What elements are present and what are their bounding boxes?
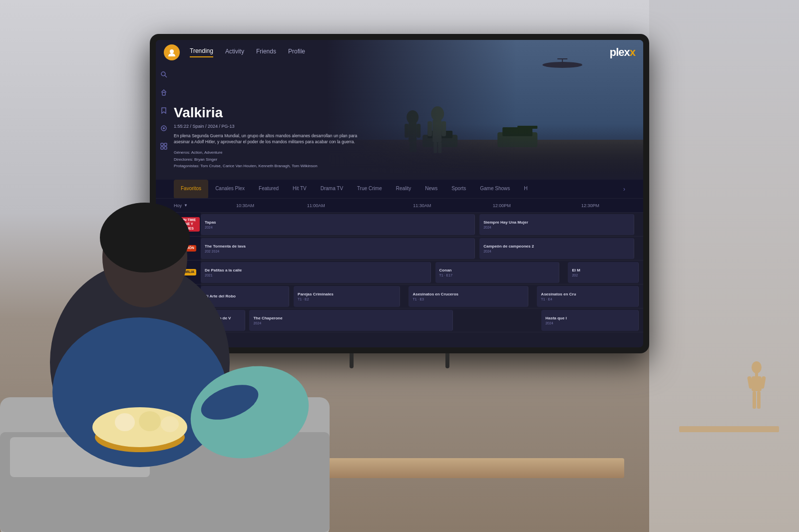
category-scroll-right[interactable]: › (623, 186, 625, 193)
program-hasta-title: Hasta que l (545, 316, 634, 320)
program-campeon-title: Campeón de campeones 2 (483, 244, 630, 249)
tab-sports[interactable]: Sports (444, 180, 473, 199)
program-siempre-year: 2024 (483, 226, 630, 229)
program-conan[interactable]: Conan T1 · E17 (435, 262, 559, 283)
program-asesinatos1-year: T1 · E3 (412, 297, 523, 301)
nav-activity[interactable]: Activity (225, 48, 244, 57)
program-hasta[interactable]: Hasta que l 2024 (541, 310, 639, 331)
svg-point-52 (97, 418, 113, 433)
tab-news[interactable]: News (418, 180, 444, 199)
program-hasta-year: 2024 (545, 321, 634, 325)
svg-point-30 (170, 49, 174, 53)
top-nav: Trending Activity Friends Profile plexx (156, 40, 643, 65)
nav-friends[interactable]: Friends (256, 48, 276, 57)
program-asesinatos1[interactable]: Asesinatos en Cruceros T1 · E3 (408, 286, 528, 307)
nav-trending[interactable]: Trending (190, 47, 213, 57)
nav-profile[interactable]: Profile (288, 48, 305, 57)
svg-rect-6 (757, 391, 761, 409)
tab-h[interactable]: H (517, 180, 534, 199)
plex-logo: plexx (610, 46, 635, 59)
program-campeon[interactable]: Campeón de campeones 2 2024 (479, 238, 634, 259)
time-1130: 11:30AM (413, 203, 431, 208)
time-1230: 12:30PM (581, 203, 599, 208)
tv-leg-left (350, 353, 354, 368)
tab-game-shows[interactable]: Game Shows (473, 180, 517, 199)
program-asesinatos2[interactable]: Asesinatos en Cru T1 · E4 (537, 286, 639, 307)
time-1200: 12:00PM (493, 203, 511, 208)
svg-point-49 (115, 413, 135, 431)
tv-leg-right (445, 353, 449, 368)
svg-rect-2 (752, 376, 762, 391)
nav-links: Trending Activity Friends Profile (190, 47, 305, 57)
program-elm-year: 202 (572, 273, 634, 277)
program-asesinatos2-title: Asesinatos en Cru (541, 292, 634, 296)
svg-rect-1 (755, 372, 758, 376)
tab-true-crime[interactable]: True Crime (350, 180, 389, 199)
program-asesinatos1-title: Asesinatos en Cruceros (412, 292, 523, 296)
program-conan-title: Conan (439, 268, 555, 272)
program-asesinatos2-year: T1 · E4 (541, 297, 634, 301)
nav-avatar[interactable] (164, 44, 180, 60)
program-elm-title: El M (572, 268, 634, 272)
svg-point-0 (752, 361, 762, 373)
program-siempre[interactable]: Siempre Hay Una Mujer 2024 (479, 214, 634, 235)
program-conan-year: T1 · E17 (439, 273, 555, 277)
svg-point-45 (100, 203, 190, 272)
program-siempre-title: Siempre Hay Una Mujer (483, 220, 630, 225)
program-campeon-year: 2024 (483, 250, 630, 253)
wall-right (649, 0, 799, 532)
wooden-figure (744, 361, 769, 426)
svg-rect-5 (753, 391, 756, 409)
svg-point-51 (161, 416, 179, 432)
person-silhouette (0, 73, 330, 532)
shelf (679, 426, 779, 432)
svg-point-50 (139, 411, 161, 431)
program-elm[interactable]: El M 202 (568, 262, 639, 283)
tab-reality[interactable]: Reality (389, 180, 418, 199)
